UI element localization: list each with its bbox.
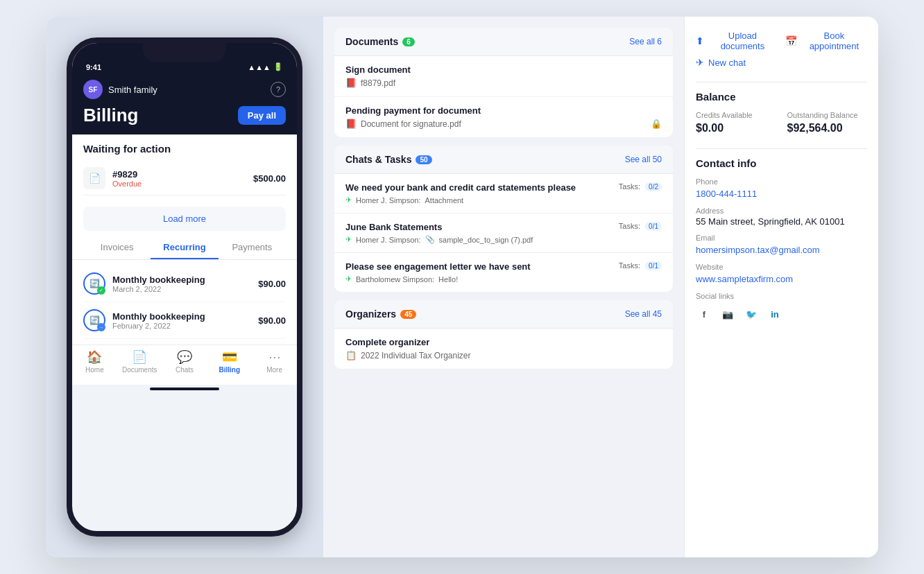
rec-name-2: Monthly bookkeeping	[112, 311, 251, 322]
facebook-icon[interactable]: f	[696, 306, 712, 322]
new-chat-button[interactable]: ✈ New chat	[696, 57, 746, 68]
calendar-icon: 📅	[785, 35, 797, 46]
waiting-section: Waiting for action 📄 #9829 Overdue $500.…	[72, 134, 297, 201]
chat-top-2: June Bank Statements Tasks: 0/1	[345, 222, 662, 232]
org-icon-1: 📋	[345, 350, 357, 360]
phone-value[interactable]: 1800-444-1111	[696, 189, 757, 199]
divider-2	[696, 148, 867, 149]
documents-title: Documents	[345, 36, 398, 47]
nav-billing[interactable]: 💳 Billing	[207, 349, 252, 374]
org-file-row-1: 📋 2022 Individual Tax Organizer	[345, 350, 662, 360]
outstanding-label: Outstanding Balance	[787, 111, 868, 119]
rec-info-1: Monthly bookkeeping March 2, 2022	[112, 275, 251, 293]
contact-info-title: Contact info	[696, 157, 867, 169]
chat-item-3: Please see engagement letter we have sen…	[334, 253, 673, 292]
chats-tasks-section: Chats & Tasks 50 See all 50 We need your…	[334, 146, 673, 292]
nav-more[interactable]: ⋯ More	[252, 349, 297, 374]
documents-see-all[interactable]: See all 6	[629, 37, 662, 46]
twitter-icon[interactable]: 🐦	[743, 306, 760, 322]
website-label: Website	[696, 263, 867, 271]
tab-payments[interactable]: Payments	[219, 236, 286, 259]
help-icon[interactable]: ?	[271, 82, 286, 97]
rec-date-1: March 2, 2022	[112, 285, 251, 293]
linkedin-icon[interactable]: in	[767, 306, 783, 322]
chat-item-2: June Bank Statements Tasks: 0/1 ✈ Homer …	[334, 214, 673, 253]
pdf-icon-2: 📕	[345, 119, 357, 129]
instagram-icon[interactable]: 📷	[719, 306, 736, 322]
chat-title-1: We need your bank and credit card statem…	[345, 182, 612, 193]
home-nav-label: Home	[85, 366, 104, 374]
documents-title-group: Documents 6	[345, 36, 415, 47]
doc-filename-2: Document for signature.pdf	[361, 119, 461, 129]
home-nav-icon: 🏠	[87, 349, 102, 365]
upload-documents-button[interactable]: ⬆ Upload documents	[696, 31, 777, 51]
doc-title-1: Sign document	[345, 64, 662, 75]
pay-all-button[interactable]: Pay all	[238, 106, 286, 125]
chat-top-1: We need your bank and credit card statem…	[345, 182, 662, 193]
invoice-info: #9829 Overdue	[112, 169, 246, 188]
center-panel: Documents 6 See all 6 Sign document 📕 f8…	[323, 17, 684, 557]
phone-header-top: SF Smith family ?	[83, 80, 286, 99]
nav-chats[interactable]: 💬 Chats	[162, 349, 207, 374]
task-badge-2: Tasks: 0/1	[619, 222, 662, 231]
right-actions: ⬆ Upload documents 📅 Book appointment ✈ …	[696, 31, 867, 68]
documents-nav-icon: 📄	[132, 349, 147, 365]
recurring-list: 🔄 ✓ Monthly bookkeeping March 2, 2022 $9…	[72, 260, 297, 345]
rec-name-1: Monthly bookkeeping	[112, 275, 251, 285]
check-badge: ✓	[97, 286, 105, 295]
rec-icon-1: 🔄 ✓	[83, 272, 105, 295]
more-nav-icon: ⋯	[268, 349, 281, 365]
nav-documents[interactable]: 📄 Documents	[117, 349, 162, 374]
balance-section: Balance Credits Available $0.00 Outstand…	[696, 91, 867, 134]
chats-tasks-badge: 50	[416, 155, 431, 164]
phone-label: Phone	[696, 177, 867, 186]
chat-top-3: Please see engagement letter we have sen…	[345, 261, 662, 272]
action-row-1: ⬆ Upload documents 📅 Book appointment	[696, 31, 867, 51]
documents-nav-label: Documents	[122, 366, 157, 374]
doc-filename-1: f8879.pdf	[361, 78, 395, 88]
invoice-status: Overdue	[112, 180, 246, 188]
phone-body: Waiting for action 📄 #9829 Overdue $500.…	[72, 134, 297, 345]
website-value[interactable]: www.sampletaxfirm.com	[696, 274, 793, 284]
recurring-item-2: 🔄 → Monthly bookkeeping February 2, 2022…	[83, 302, 286, 339]
billing-title: Billing	[83, 105, 138, 126]
send-icon-1: ✈	[345, 195, 352, 205]
chat-title-3: Please see engagement letter we have sen…	[345, 261, 612, 272]
invoice-item: 📄 #9829 Overdue $500.00	[83, 162, 286, 195]
doc-title-2: Pending payment for document	[345, 105, 662, 116]
credits-value: $0.00	[696, 122, 776, 134]
chats-tasks-see-all[interactable]: See all 50	[625, 155, 662, 164]
email-value[interactable]: homersimpson.tax@gmail.com	[696, 245, 820, 255]
app-wrapper: 9:41 ▲▲▲ 🔋 SF Smith family	[46, 17, 878, 557]
tab-recurring[interactable]: Recurring	[151, 236, 218, 259]
book-appointment-button[interactable]: 📅 Book appointment	[785, 31, 867, 51]
tab-invoices[interactable]: Invoices	[83, 236, 151, 259]
organizers-see-all[interactable]: See all 45	[625, 309, 662, 319]
org-title-1: Complete organizer	[345, 337, 662, 347]
home-indicator	[150, 388, 219, 390]
chat-item-1: We need your bank and credit card statem…	[334, 174, 673, 214]
doc-file-info-2: 📕 Document for signature.pdf	[345, 119, 461, 129]
task-badge-1: Tasks: 0/2	[619, 182, 662, 191]
load-more-button[interactable]: Load more	[83, 207, 286, 231]
doc-item-1: Sign document 📕 f8879.pdf	[334, 56, 673, 97]
avatar: SF	[83, 80, 103, 99]
billing-row: Billing Pay all	[83, 105, 286, 126]
outstanding-item: Outstanding Balance $92,564.00	[787, 111, 868, 134]
action-row-2: ✈ New chat	[696, 57, 867, 68]
rec-amount-1: $90.00	[258, 279, 286, 289]
more-nav-label: More	[266, 366, 282, 374]
client-name: Smith family	[108, 85, 157, 95]
doc-file-info-1: 📕 f8879.pdf	[345, 78, 395, 88]
chat-icon: ✈	[696, 57, 704, 68]
doc-item-2: Pending payment for document 📕 Document …	[334, 97, 673, 137]
organizers-section: Organizers 45 See all 45 Complete organi…	[334, 300, 673, 369]
nav-home[interactable]: 🏠 Home	[72, 349, 117, 374]
invoice-number: #9829	[112, 169, 246, 180]
phone-device: 9:41 ▲▲▲ 🔋 SF Smith family	[67, 37, 302, 537]
chat-title-2: June Bank Statements	[345, 222, 612, 232]
social-field: Social links f 📷 🐦 in	[696, 292, 867, 322]
documents-header: Documents 6 See all 6	[334, 28, 673, 56]
chats-tasks-header: Chats & Tasks 50 See all 50	[334, 146, 673, 174]
invoice-icon: 📄	[83, 167, 105, 189]
